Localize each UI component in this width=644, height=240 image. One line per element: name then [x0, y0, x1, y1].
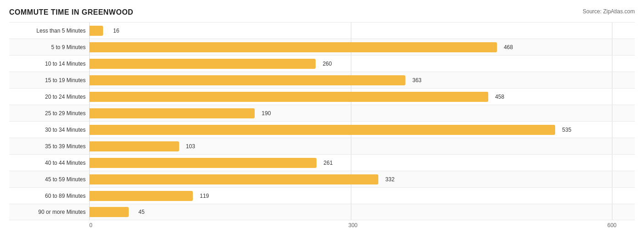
chart-body: Less than 5 Minutes165 to 9 Minutes46810…: [9, 22, 635, 220]
bar-row: 60 to 89 Minutes119: [9, 187, 635, 204]
bar: 261: [89, 158, 317, 168]
bar-label: 25 to 29 Minutes: [9, 110, 89, 117]
bar-label: 60 to 89 Minutes: [9, 193, 89, 199]
bar-label: 30 to 34 Minutes: [9, 127, 89, 133]
bar-area: 261: [89, 155, 635, 171]
bar-label: 5 to 9 Minutes: [9, 44, 89, 50]
bar-area: 468: [89, 39, 635, 55]
grid-line: [612, 105, 612, 121]
bar-area: 103: [89, 138, 635, 154]
bar-label: Less than 5 Minutes: [9, 28, 89, 34]
grid-line: [351, 188, 351, 204]
bar-area: 190: [89, 105, 635, 121]
bar-value-label: 332: [385, 176, 394, 183]
bar-value-label: 468: [504, 44, 513, 50]
bar-row: 15 to 19 Minutes363: [9, 72, 635, 88]
bar: 468: [89, 42, 497, 52]
chart-header: COMMUTE TIME IN GREENWOOD Source: ZipAtl…: [9, 8, 635, 17]
bar-row: 20 to 24 Minutes458: [9, 88, 635, 105]
grid-line: [612, 188, 612, 204]
chart-title: COMMUTE TIME IN GREENWOOD: [9, 8, 133, 17]
bar: 45: [89, 207, 129, 217]
bar-value-label: 261: [323, 160, 333, 166]
bar-label: 90 or more Minutes: [9, 209, 89, 215]
grid-line: [351, 105, 351, 121]
grid-line: [612, 155, 612, 171]
bar-area: 332: [89, 171, 635, 187]
grid-line: [612, 39, 612, 55]
grid-line: [351, 204, 351, 220]
bar-area: 458: [89, 89, 635, 105]
bar-label: 20 to 24 Minutes: [9, 94, 89, 100]
bar-label: 10 to 14 Minutes: [9, 61, 89, 67]
bar-value-label: 260: [322, 61, 332, 67]
bar-area: 535: [89, 122, 635, 138]
bar-area: 45: [89, 204, 635, 220]
grid-line: [612, 122, 612, 138]
bar: 458: [89, 92, 488, 102]
bar: 103: [89, 141, 179, 151]
x-axis-tick-label: 0: [89, 222, 93, 229]
bar-row: 40 to 44 Minutes261: [9, 154, 635, 171]
bar-value-label: 363: [412, 77, 421, 84]
bar-value-label: 45: [138, 209, 144, 215]
grid-line: [612, 89, 612, 105]
bar-label: 45 to 59 Minutes: [9, 176, 89, 183]
bar-row: 45 to 59 Minutes332: [9, 171, 635, 187]
bar-row: 90 or more Minutes45: [9, 204, 635, 220]
bar: 260: [89, 59, 316, 69]
bar-label: 40 to 44 Minutes: [9, 160, 89, 166]
grid-line: [612, 204, 612, 220]
bar-value-label: 16: [113, 28, 119, 34]
bar-value-label: 190: [262, 110, 271, 117]
grid-line: [612, 72, 612, 88]
grid-line: [351, 22, 351, 39]
bar-label: 15 to 19 Minutes: [9, 77, 89, 84]
grid-line: [612, 138, 612, 154]
bar: 535: [89, 125, 555, 135]
bar-value-label: 119: [200, 193, 209, 199]
bar-row: 35 to 39 Minutes103: [9, 138, 635, 154]
bar: 119: [89, 191, 193, 201]
chart-container: COMMUTE TIME IN GREENWOOD Source: ZipAtl…: [0, 0, 644, 240]
x-axis-tick-label: 600: [607, 222, 617, 229]
grid-line: [351, 56, 351, 72]
bar-row: Less than 5 Minutes16: [9, 22, 635, 39]
bar-area: 363: [89, 72, 635, 88]
grid-line: [351, 155, 351, 171]
grid-line: [351, 138, 351, 154]
bar-row: 30 to 34 Minutes535: [9, 121, 635, 138]
bar-row: 10 to 14 Minutes260: [9, 55, 635, 72]
grid-line: [612, 56, 612, 72]
bar-value-label: 458: [495, 94, 504, 100]
bar-label: 35 to 39 Minutes: [9, 143, 89, 150]
bar-area: 260: [89, 56, 635, 72]
bar-row: 5 to 9 Minutes468: [9, 39, 635, 55]
bar: 190: [89, 108, 255, 118]
bar: 332: [89, 174, 378, 184]
bar-value-label: 535: [562, 127, 571, 133]
bar-area: 119: [89, 188, 635, 204]
grid-line: [612, 22, 612, 39]
grid-line: [612, 171, 612, 187]
bar: 363: [89, 75, 405, 85]
bar-value-label: 103: [186, 143, 195, 150]
x-axis: 0300600: [9, 222, 635, 231]
bar-row: 25 to 29 Minutes190: [9, 105, 635, 121]
bar-area: 16: [89, 22, 635, 39]
chart-source: Source: ZipAtlas.com: [583, 8, 635, 15]
x-axis-tick-label: 300: [349, 222, 358, 229]
bar: 16: [89, 26, 103, 36]
